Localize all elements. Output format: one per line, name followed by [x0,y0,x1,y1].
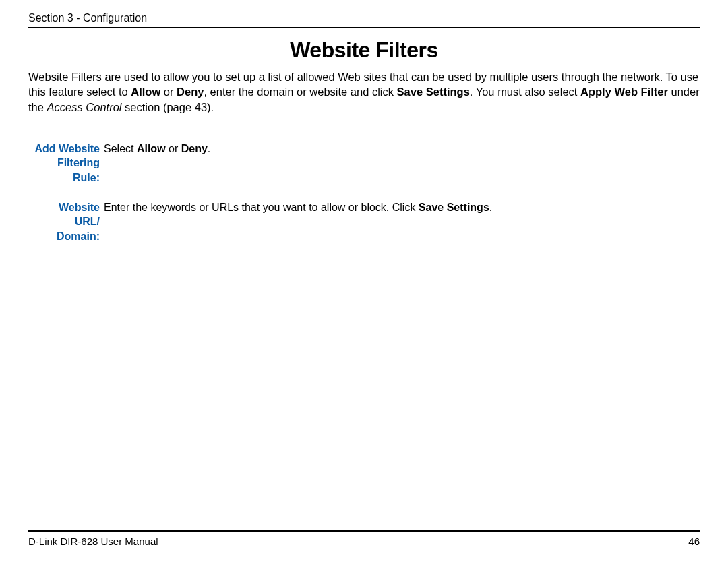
def-bold: Allow [137,143,166,154]
intro-italic: Access Control [47,101,122,113]
def-row-website-url: Website URL/ Domain: Enter the keywords … [32,200,700,244]
intro-paragraph: Website Filters are used to allow you to… [28,69,700,115]
intro-text: or [160,86,177,98]
def-bold: Save Settings [419,201,489,213]
def-row-add-website: Add Website Filtering Rule: Select Allow… [32,142,700,185]
intro-text: . You must also select [470,86,580,98]
intro-text: , enter the domain or website and click [204,86,396,98]
def-text: . [489,201,492,213]
intro-bold: Allow [131,86,160,98]
def-text: or [166,143,181,154]
intro-text: section (page 43). [122,101,214,113]
footer-page-number: 46 [688,536,700,547]
def-text: Select [104,143,137,154]
section-label: Section 3 - Configuration [28,12,147,24]
header-section: Section 3 - Configuration [28,12,700,28]
def-label-line: Add Website [34,143,100,154]
def-text: . [208,143,210,154]
def-label: Add Website Filtering Rule: [32,142,104,185]
def-desc: Select Allow or Deny. [104,142,700,156]
footer-manual: D-Link DIR-628 User Manual [28,536,158,547]
intro-bold: Apply Web Filter [580,86,668,98]
def-label-line: Filtering Rule: [57,157,100,183]
footer: D-Link DIR-628 User Manual 46 [28,530,700,547]
def-text: Enter the keywords or URLs that you want… [104,201,419,213]
intro-bold: Deny [177,86,204,98]
def-label-line: Website URL/ [59,201,100,228]
def-label: Website URL/ Domain: [32,200,104,244]
def-bold: Deny [181,143,208,154]
definition-table: Add Website Filtering Rule: Select Allow… [32,142,700,244]
intro-bold: Save Settings [397,86,470,98]
def-label-line: Domain: [57,230,100,242]
def-desc: Enter the keywords or URLs that you want… [104,200,700,215]
page-title: Website Filters [28,38,700,63]
